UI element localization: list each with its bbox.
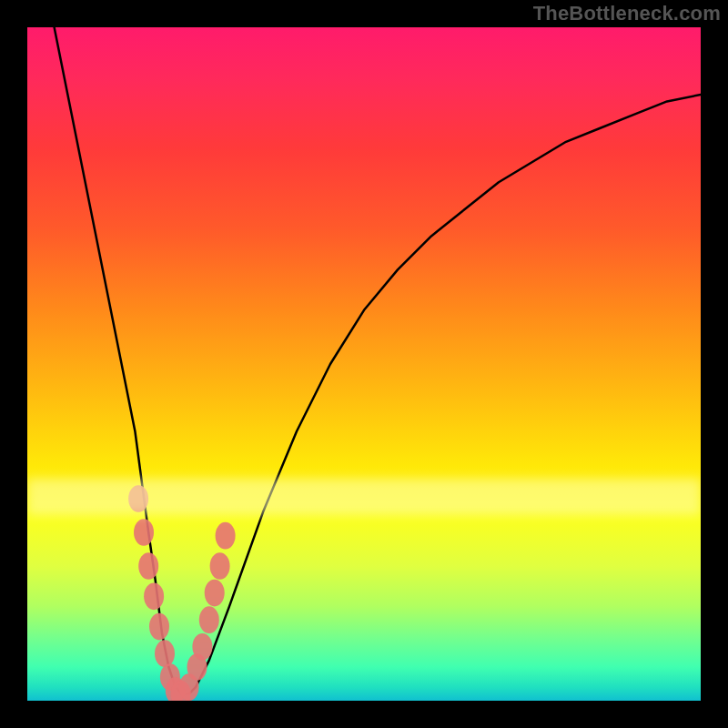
gpu-point	[128, 485, 148, 512]
gpu-point	[138, 552, 158, 580]
plot-svg	[27, 27, 701, 701]
gpu-point	[216, 522, 236, 550]
gpu-point	[199, 606, 219, 633]
gpu-point	[134, 519, 154, 546]
gpu-point	[144, 582, 164, 610]
chart-frame: TheBottleneck.com	[0, 0, 728, 728]
gpu-points-group	[128, 485, 236, 701]
gpu-point	[149, 613, 169, 641]
plot-area	[27, 27, 701, 701]
gpu-point	[210, 552, 230, 580]
gpu-point	[155, 640, 175, 667]
gpu-point	[192, 633, 212, 661]
gpu-point	[205, 580, 225, 607]
watermark-text: TheBottleneck.com	[533, 2, 721, 25]
